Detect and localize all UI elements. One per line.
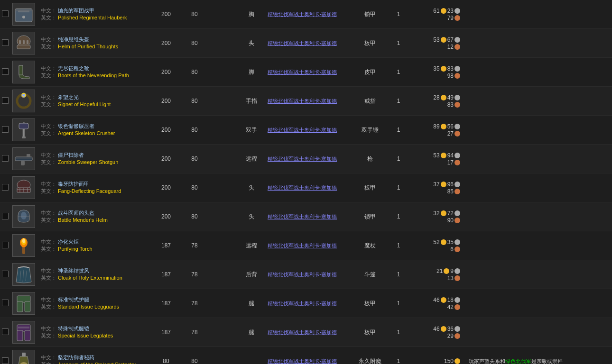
gold-amount: 35 bbox=[433, 65, 439, 72]
vendor-link[interactable]: 精锐北伐军战士奥利卡·塞加德 bbox=[268, 243, 337, 248]
item-icon bbox=[11, 320, 38, 345]
item-name-en-link[interactable]: Signet of Hopeful Light bbox=[58, 101, 111, 107]
row-checkbox[interactable] bbox=[2, 242, 9, 248]
item-name-en-link[interactable]: Zombie Sweeper Shotgun bbox=[58, 159, 118, 165]
item-type: 戒指 bbox=[351, 97, 389, 105]
gold-coin-icon bbox=[441, 210, 446, 216]
bronze-coin-icon bbox=[454, 275, 460, 281]
vendor-link[interactable]: 精锐北伐军战士奥利卡·塞加德 bbox=[268, 98, 337, 104]
item-cost: 463629 bbox=[408, 325, 465, 340]
item-cost: 21913 bbox=[408, 267, 465, 282]
item-name-en-link[interactable]: Purifying Torch bbox=[58, 246, 93, 252]
item-slot: 脚 bbox=[237, 68, 266, 76]
gold-amount: 53 bbox=[433, 152, 439, 159]
bronze-coin-icon bbox=[454, 333, 460, 339]
table-row: 中文： 坚定防御者秘药 英文： Arcanum of the Stalwart … bbox=[0, 347, 612, 364]
item-name-cn-link[interactable]: 无尽征程之靴 bbox=[58, 65, 89, 71]
silver-amount: 18 bbox=[447, 297, 454, 303]
svg-rect-17 bbox=[15, 157, 32, 159]
item-vendor: 精锐北伐军战士奥利卡·塞加德 bbox=[266, 329, 351, 336]
item-vendor: 精锐北伐军战士奥利卡·塞加德 bbox=[266, 98, 351, 105]
row-checkbox[interactable] bbox=[2, 97, 9, 104]
svg-rect-7 bbox=[23, 40, 25, 44]
svg-rect-5 bbox=[17, 45, 30, 49]
vendor-link[interactable]: 精锐北伐军战士奥利卡·塞加德 bbox=[268, 329, 337, 335]
item-table: 中文： 抛光的军团战甲 英文： Polished Regimental Haub… bbox=[0, 0, 612, 364]
item-name-en-link[interactable]: Polished Regimental Hauberk bbox=[58, 15, 127, 20]
item-qty: 1 bbox=[389, 329, 408, 336]
item-name-cn-link[interactable]: 神圣终结披风 bbox=[58, 268, 89, 273]
gold-coin-icon bbox=[441, 66, 446, 72]
row-checkbox[interactable] bbox=[2, 357, 9, 364]
item-name: 中文： 银色骷髅碾压者 英文： Argent Skeleton Crusher bbox=[38, 123, 152, 137]
item-name-cn-link[interactable]: 纯净思维头盔 bbox=[58, 36, 89, 42]
item-name-cn-link[interactable]: 僵尸扫除者 bbox=[58, 152, 84, 158]
vendor-link[interactable]: 精锐北伐军战士奥利卡·塞加德 bbox=[268, 11, 337, 17]
vendor-link[interactable]: 精锐北伐军战士奥利卡·塞加德 bbox=[268, 272, 337, 277]
row-checkbox[interactable] bbox=[2, 328, 9, 335]
item-vendor: 精锐北伐军战士奥利卡·塞加德 bbox=[266, 271, 351, 278]
gold-amount: 53 bbox=[433, 36, 439, 43]
vendor-link[interactable]: 精锐北伐军战士奥利卡·塞加德 bbox=[268, 127, 337, 133]
item-name-en-link[interactable]: Argent Skeleton Crusher bbox=[58, 130, 115, 136]
silver-coin-icon bbox=[454, 182, 460, 187]
row-checkbox[interactable] bbox=[2, 39, 9, 46]
item-name-en-link[interactable]: Arcanum of the Stalwart Protector bbox=[58, 362, 136, 364]
item-name-cn-link[interactable]: 坚定防御者秘药 bbox=[58, 355, 94, 360]
cn-label: 中文： bbox=[41, 297, 56, 302]
item-level: 200 bbox=[152, 69, 180, 75]
item-name-en-link[interactable]: Fang-Deflecting Faceguard bbox=[58, 188, 121, 194]
cn-label: 中文： bbox=[41, 181, 56, 187]
table-row: 中文： 希望之光 英文： Signet of Hopeful Light 200… bbox=[0, 87, 612, 116]
row-checkbox[interactable] bbox=[2, 213, 9, 219]
item-name-cn-link[interactable]: 标准制式护腿 bbox=[58, 297, 89, 302]
item-slot: 远程 bbox=[237, 242, 266, 250]
item-name-en-link[interactable]: Boots of the Neverending Path bbox=[58, 73, 129, 78]
vendor-link[interactable]: 精锐北伐军战士奥利卡·塞加德 bbox=[268, 185, 337, 191]
row-checkbox[interactable] bbox=[2, 271, 9, 277]
silver-amount: 94 bbox=[447, 152, 454, 159]
gold-amount: 61 bbox=[433, 8, 439, 14]
gold-amount: 89 bbox=[433, 123, 439, 130]
row-checkbox[interactable] bbox=[2, 300, 9, 306]
item-name-en-link[interactable]: Cloak of Holy Extermination bbox=[58, 275, 122, 281]
table-row: 中文： 银色骷髅碾压者 英文： Argent Skeleton Crusher … bbox=[0, 116, 612, 145]
row-checkbox[interactable] bbox=[2, 10, 9, 17]
item-req: 80 bbox=[180, 98, 209, 104]
row-checkbox[interactable] bbox=[2, 184, 9, 191]
item-name-cn-link[interactable]: 毒牙防护面甲 bbox=[58, 181, 89, 187]
item-name: 中文： 无尽征程之靴 英文： Boots of the Neverending … bbox=[38, 65, 152, 79]
item-name-cn-link[interactable]: 战斗医师的头盔 bbox=[58, 210, 94, 216]
item-name-en-link[interactable]: Helm of Purified Thoughts bbox=[58, 44, 118, 49]
item-vendor: 精锐北伐军战士奥利卡·塞加德 bbox=[266, 358, 351, 364]
item-icon bbox=[11, 89, 38, 113]
item-name-cn-link[interactable]: 抛光的军团战甲 bbox=[58, 8, 94, 13]
item-name-en-link[interactable]: Special Issue Legplates bbox=[58, 333, 113, 338]
vendor-link[interactable]: 精锐北伐军战士奥利卡·塞加德 bbox=[268, 156, 337, 162]
vendor-link[interactable]: 精锐北伐军战士奥利卡·塞加德 bbox=[268, 69, 337, 75]
item-type: 魔杖 bbox=[351, 242, 389, 250]
item-name-en-link[interactable]: Battle Mender's Helm bbox=[58, 217, 108, 223]
row-checkbox[interactable] bbox=[2, 68, 9, 75]
item-name: 中文： 希望之光 英文： Signet of Hopeful Light bbox=[38, 94, 152, 108]
silver-amount: 96 bbox=[447, 181, 454, 188]
item-name-cn-link[interactable]: 净化火炬 bbox=[58, 239, 79, 245]
gold-amount: 28 bbox=[433, 94, 439, 101]
vendor-link[interactable]: 精锐北伐军战士奥利卡·塞加德 bbox=[268, 40, 337, 46]
item-qty: 1 bbox=[389, 242, 408, 249]
row-checkbox[interactable] bbox=[2, 155, 9, 162]
vendor-link[interactable]: 精锐北伐军战士奥利卡·塞加德 bbox=[268, 300, 337, 306]
vendor-link[interactable]: 精锐北伐军战士奥利卡·塞加德 bbox=[268, 214, 337, 219]
item-slot: 头 bbox=[237, 213, 266, 221]
item-name-cn-link[interactable]: 特殊制式腿铠 bbox=[58, 326, 89, 331]
item-type: 板甲 bbox=[351, 328, 389, 337]
vendor-link[interactable]: 精锐北伐军战士奥利卡·塞加德 bbox=[268, 358, 337, 364]
table-row: 中文： 标准制式护腿 英文： Standard Issue Legguards … bbox=[0, 289, 612, 318]
item-level: 200 bbox=[152, 40, 180, 46]
item-vendor: 精锐北伐军战士奥利卡·塞加德 bbox=[266, 127, 351, 134]
svg-rect-18 bbox=[27, 154, 30, 157]
item-name-cn-link[interactable]: 银色骷髅碾压者 bbox=[58, 123, 94, 129]
item-name-en-link[interactable]: Standard Issue Legguards bbox=[58, 304, 119, 309]
row-checkbox[interactable] bbox=[2, 126, 9, 133]
item-name-cn-link[interactable]: 希望之光 bbox=[58, 94, 79, 100]
